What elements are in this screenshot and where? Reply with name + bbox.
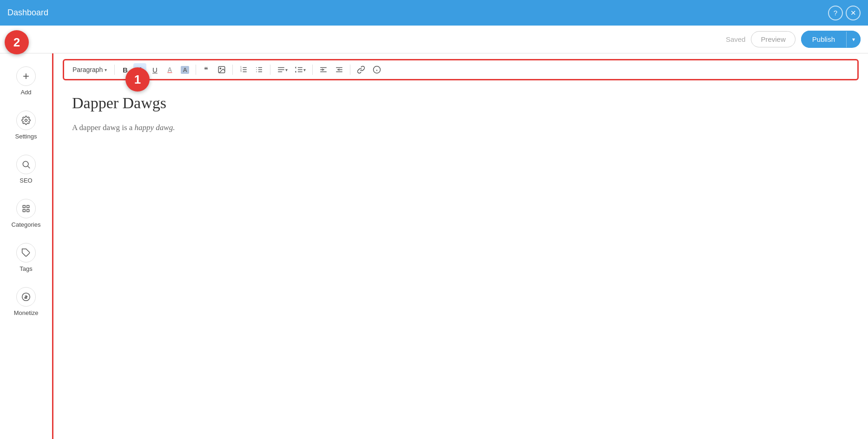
highlight-button[interactable]: A [178, 63, 191, 76]
sub-header-right: Saved Preview Publish ▾ [726, 31, 861, 48]
categories-icon [21, 204, 31, 213]
main-layout: + Add Settings SEO [0, 53, 868, 439]
svg-point-0 [25, 119, 27, 122]
sidebar-label-settings: Settings [15, 133, 37, 140]
text-color-button[interactable]: A [163, 63, 176, 76]
indent-out-button[interactable] [332, 63, 346, 76]
search-icon [21, 160, 31, 169]
image-button[interactable] [215, 63, 229, 76]
sidebar: + Add Settings SEO [0, 53, 53, 439]
link-button[interactable] [354, 63, 368, 76]
svg-line-2 [28, 166, 30, 169]
toolbar-sep-3 [232, 65, 233, 75]
editor-content-plain: A dapper dawg is a [72, 123, 135, 132]
ul-icon [255, 66, 263, 74]
sidebar-item-monetize[interactable]: Monetize [0, 282, 52, 322]
link-icon [357, 66, 365, 74]
publish-button[interactable]: Publish [801, 31, 846, 48]
top-bar-actions: ? ✕ [828, 6, 861, 20]
sidebar-item-seo[interactable]: SEO [0, 149, 52, 190]
seo-icon-circle [16, 155, 36, 174]
sidebar-label-categories: Categories [12, 221, 41, 228]
line-chevron: ▾ [303, 67, 306, 72]
editor-title: Dapper Dawgs [72, 94, 849, 112]
underline-button[interactable]: U [148, 63, 161, 76]
add-icon-circle: + [16, 66, 36, 86]
tags-icon-circle [16, 243, 36, 262]
monetize-icon-circle [16, 287, 36, 307]
sidebar-label-monetize: Monetize [14, 309, 39, 316]
blockquote-button[interactable]: ❝ [200, 63, 213, 76]
toolbar-sep-1 [114, 65, 115, 75]
info-icon [373, 66, 381, 74]
categories-icon-circle [16, 199, 36, 218]
top-bar: Dashboard ? ✕ [0, 0, 868, 26]
sidebar-item-categories[interactable]: Categories [0, 193, 52, 234]
ol-icon: 1 2 3 [239, 66, 248, 74]
close-button[interactable]: ✕ [846, 6, 861, 20]
indent-out-icon [335, 66, 343, 74]
align-icon [277, 66, 285, 74]
app-title: Dashboard [7, 8, 48, 18]
highlight-a-icon: A [181, 66, 189, 74]
editor-content: A dapper dawg is a happy dawg. [72, 121, 849, 134]
help-button[interactable]: ? [828, 6, 843, 20]
sidebar-label-seo: SEO [20, 177, 32, 184]
toolbar-sep-6 [350, 65, 350, 75]
sidebar-item-add[interactable]: + Add [0, 61, 52, 101]
svg-point-17 [256, 67, 257, 68]
line-height-icon [295, 66, 303, 74]
saved-status: Saved [726, 35, 746, 43]
step-badge-2: 2 [5, 30, 29, 54]
line-height-button[interactable]: ▾ [292, 63, 309, 76]
tag-icon [21, 248, 31, 257]
editor-content-italic: happy dawg. [135, 123, 175, 132]
paragraph-style-select[interactable]: Paragraph ▾ [69, 64, 111, 75]
toolbar-sep-2 [196, 65, 196, 75]
svg-text:3: 3 [240, 70, 242, 72]
sidebar-label-tags: Tags [20, 265, 32, 272]
preview-button[interactable]: Preview [751, 31, 795, 47]
editor-body[interactable]: Dapper Dawgs A dapper dawg is a happy da… [53, 80, 868, 439]
plus-icon: + [23, 70, 29, 83]
quote-icon: ❝ [204, 66, 208, 74]
sub-header: < k Saved Preview Publish ▾ [0, 26, 868, 53]
indent-in-icon [319, 66, 328, 74]
ordered-list-button[interactable]: 1 2 3 [237, 63, 250, 76]
paragraph-chevron-icon: ▾ [105, 67, 107, 72]
content-area: Paragraph ▾ B I U A A ❝ [53, 53, 868, 439]
color-a-icon: A [167, 66, 172, 73]
align-chevron: ▾ [285, 67, 288, 72]
sidebar-item-tags[interactable]: Tags [0, 237, 52, 278]
toolbar-sep-4 [270, 65, 270, 75]
sidebar-label-add: Add [20, 89, 31, 96]
dollar-icon [21, 292, 31, 301]
toolbar-sep-5 [312, 65, 313, 75]
gear-icon [21, 116, 31, 125]
settings-icon-circle [16, 111, 36, 130]
info-button[interactable] [370, 63, 384, 76]
publish-dropdown-button[interactable]: ▾ [846, 32, 861, 47]
sidebar-item-settings[interactable]: Settings [0, 105, 52, 145]
publish-button-group: Publish ▾ [801, 31, 861, 48]
svg-point-7 [220, 68, 221, 69]
image-icon [217, 66, 226, 74]
editor-toolbar: Paragraph ▾ B I U A A ❝ [63, 59, 859, 80]
svg-point-19 [256, 72, 257, 72]
svg-point-18 [256, 69, 257, 70]
paragraph-label: Paragraph [72, 66, 103, 73]
align-button[interactable]: ▾ [274, 63, 290, 76]
step-badge-1: 1 [125, 67, 150, 92]
svg-point-1 [23, 161, 28, 167]
indent-in-button[interactable] [316, 63, 330, 76]
unordered-list-button[interactable] [252, 63, 266, 76]
